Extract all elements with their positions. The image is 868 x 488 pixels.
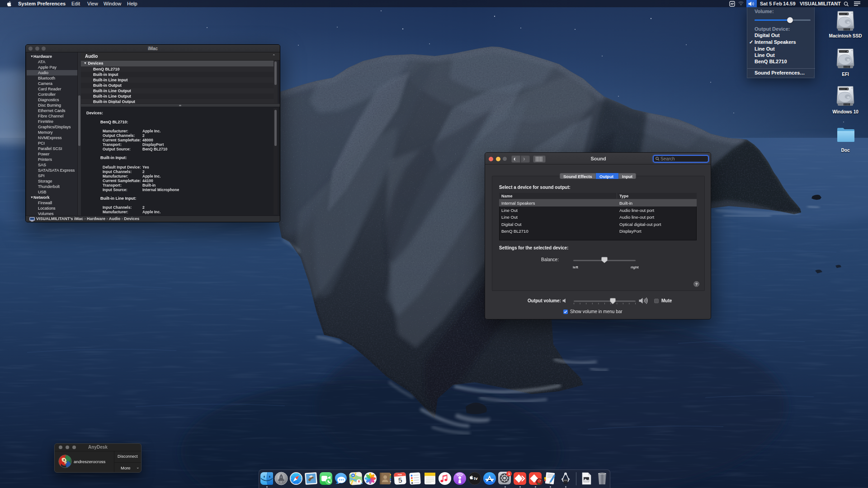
svg-text:FEB: FEB bbox=[398, 474, 402, 476]
svg-text:1: 1 bbox=[508, 472, 510, 476]
svg-text:5: 5 bbox=[398, 476, 402, 484]
svg-text:tv: tv bbox=[474, 476, 478, 481]
